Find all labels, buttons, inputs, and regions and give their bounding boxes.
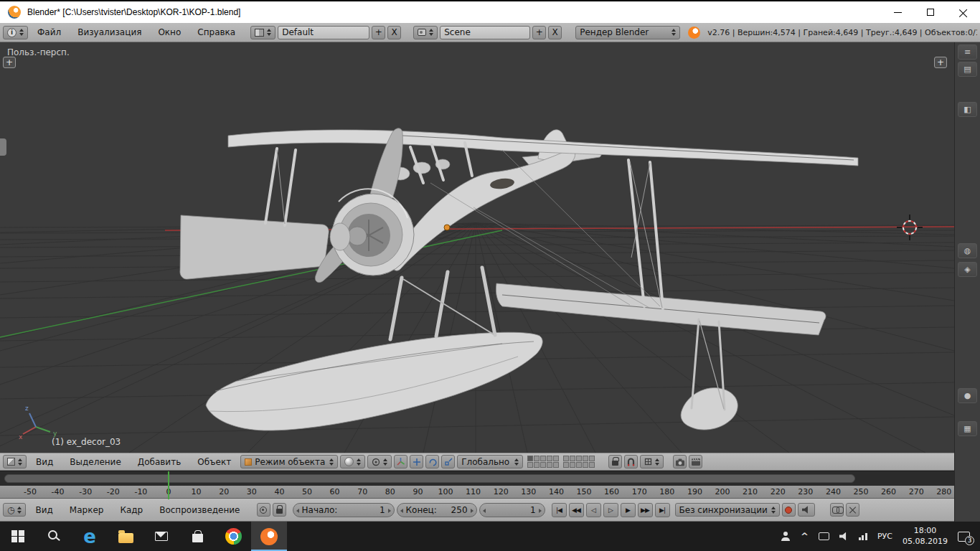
taskbar-store-button[interactable] <box>179 522 215 551</box>
pivot-dropdown[interactable] <box>367 455 392 468</box>
taskbar-blender-button[interactable] <box>251 522 287 551</box>
prev-keyframe-button[interactable]: ◀◀ <box>569 503 584 517</box>
timeline-region[interactable] <box>0 471 954 486</box>
minimize-button[interactable] <box>881 1 914 23</box>
scene-name-field[interactable]: Scene <box>440 26 530 39</box>
add-layout-button[interactable]: + <box>372 26 385 39</box>
delete-layout-button[interactable]: X <box>387 26 401 39</box>
layer-toggle[interactable] <box>534 456 540 461</box>
current-frame-field[interactable]: 1 <box>479 503 545 517</box>
menu-add[interactable]: Добавить <box>131 457 188 467</box>
layer-toggle[interactable] <box>570 462 575 468</box>
frame-start-field[interactable]: Начало: 1 <box>293 503 395 517</box>
material-tab-icon[interactable]: ● <box>958 388 977 403</box>
taskbar-explorer-button[interactable] <box>108 522 143 551</box>
layer-toggle[interactable] <box>570 456 575 461</box>
layer-toggle[interactable] <box>583 462 588 468</box>
layer-toggle[interactable] <box>563 456 569 461</box>
mode-dropdown[interactable]: Режим объекта <box>240 455 338 468</box>
taskbar-chrome-button[interactable] <box>215 522 251 551</box>
taskbar-mail-button[interactable] <box>143 522 179 551</box>
editor-type-icon[interactable]: ≡ <box>958 44 977 60</box>
tray-display-button[interactable] <box>814 522 834 551</box>
unlink-button[interactable] <box>846 503 859 517</box>
layer-toggle[interactable] <box>589 456 595 461</box>
viewport-3d[interactable]: x y z (1) ex_decor_03 Польз.-персп. + + <box>0 42 954 453</box>
link-button[interactable] <box>830 503 844 517</box>
menu-file[interactable]: Файл <box>30 27 68 37</box>
record-button[interactable] <box>782 503 796 517</box>
properties-tab-icon[interactable]: ▤ <box>958 62 977 77</box>
render-tab-icon[interactable]: ◧ <box>958 102 977 117</box>
add-scene-button[interactable]: + <box>532 26 546 39</box>
maximize-button[interactable] <box>914 1 947 23</box>
editor-type-button-timeline[interactable]: ◷ <box>3 503 26 517</box>
step-forward-button[interactable]: ▶ <box>621 503 636 517</box>
shading-dropdown[interactable] <box>340 455 365 468</box>
snap-element-dropdown[interactable] <box>640 455 664 468</box>
layer-toggle[interactable] <box>576 462 582 468</box>
opengl-render-still-button[interactable] <box>673 455 687 468</box>
tray-network-button[interactable] <box>854 522 872 551</box>
play-reverse-button[interactable]: ◁ <box>586 503 601 517</box>
tray-people-button[interactable] <box>776 522 795 551</box>
current-frame-line[interactable] <box>168 471 169 499</box>
layer-toggle[interactable] <box>583 456 588 461</box>
autokey-toggle-button[interactable] <box>257 503 270 517</box>
action-center-button[interactable]: 3 <box>953 522 980 551</box>
scale-manipulator-button[interactable] <box>441 455 455 468</box>
layer-toggle[interactable] <box>563 462 569 468</box>
translate-manipulator-button[interactable] <box>410 455 423 468</box>
clock-widget[interactable]: 18:00 05.08.2019 <box>898 522 952 551</box>
sync-dropdown[interactable]: Без синхронизации <box>675 503 780 517</box>
screen-layout-name-field[interactable]: Default <box>278 26 369 39</box>
properties-region-expand-button[interactable]: + <box>934 57 947 68</box>
menu-tl-frame[interactable]: Кадр <box>113 505 150 515</box>
screen-layout-browse-button[interactable] <box>250 26 275 39</box>
jump-to-end-button[interactable]: ▶| <box>655 503 670 517</box>
texture-tab-icon[interactable]: ▦ <box>958 421 977 436</box>
layer-toggle[interactable] <box>540 462 546 468</box>
menu-object[interactable]: Объект <box>190 457 238 467</box>
editor-type-button-3dview[interactable] <box>3 455 27 468</box>
manipulator-toggle-button[interactable] <box>394 455 407 468</box>
menu-view[interactable]: Вид <box>29 457 60 467</box>
region-handle[interactable] <box>0 138 6 156</box>
menu-tl-playback[interactable]: Воспроизведение <box>152 505 247 515</box>
next-keyframe-button[interactable]: ▶▶ <box>638 503 653 517</box>
layer-toggle[interactable] <box>534 462 540 468</box>
frame-end-field[interactable]: Конец: 250 <box>397 503 477 517</box>
language-indicator[interactable]: РУС <box>873 522 897 551</box>
object-tab-icon[interactable]: ◈ <box>958 262 977 277</box>
start-button[interactable] <box>0 522 36 551</box>
orientation-dropdown[interactable]: Глобально <box>457 455 523 468</box>
close-button[interactable] <box>947 1 980 23</box>
layer-toggle[interactable] <box>553 462 559 468</box>
rotate-manipulator-button[interactable] <box>425 455 439 468</box>
timeline-ruler[interactable]: -50-40-30-20-100102030405060708090100110… <box>0 486 954 499</box>
layer-toggle[interactable] <box>540 456 546 461</box>
opengl-render-anim-button[interactable] <box>689 455 702 468</box>
layer-toggle[interactable] <box>547 462 552 468</box>
menu-window[interactable]: Окно <box>151 27 188 37</box>
tray-volume-button[interactable] <box>835 522 853 551</box>
scene-browse-button[interactable] <box>413 26 438 39</box>
tray-overflow-button[interactable]: ^ <box>796 522 813 551</box>
jump-to-start-button[interactable]: |◀ <box>552 503 567 517</box>
layer-toggle[interactable] <box>553 456 559 461</box>
menu-select[interactable]: Выделение <box>62 457 128 467</box>
snap-toggle-button[interactable] <box>624 455 638 468</box>
menu-help[interactable]: Справка <box>190 27 242 37</box>
play-button[interactable]: ▷ <box>603 503 618 517</box>
layer-toggle[interactable] <box>589 462 595 468</box>
menu-tl-marker[interactable]: Маркер <box>62 505 111 515</box>
audio-mute-button[interactable] <box>798 503 815 517</box>
timeline-scrollbar[interactable] <box>4 474 855 483</box>
layer-toggle[interactable] <box>527 456 533 461</box>
toolshelf-expand-button[interactable]: + <box>3 57 16 68</box>
layer-toggle[interactable] <box>576 456 582 461</box>
autokey-lock-button[interactable] <box>273 503 286 517</box>
taskbar-edge-button[interactable]: e <box>72 522 108 551</box>
layer-toggle[interactable] <box>527 462 533 468</box>
delete-scene-button[interactable]: X <box>548 26 562 39</box>
